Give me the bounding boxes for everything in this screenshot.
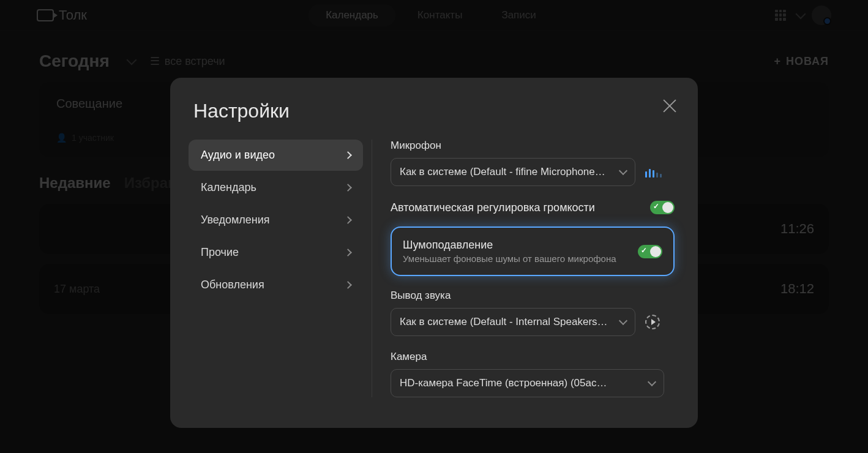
- modal-overlay[interactable]: Настройки Аудио и видео Календарь Уведом…: [0, 0, 868, 453]
- noise-subtitle: Уменьшает фоновые шумы от вашего микрофо…: [403, 253, 616, 264]
- test-sound-icon[interactable]: [645, 315, 660, 329]
- chevron-down-icon: [619, 316, 627, 325]
- microphone-label: Микрофон: [391, 140, 675, 152]
- settings-modal: Настройки Аудио и видео Календарь Уведом…: [170, 78, 698, 428]
- sidebar-item-audio-video[interactable]: Аудио и видео: [189, 140, 363, 171]
- modal-title: Настройки: [170, 100, 698, 140]
- output-label: Вывод звука: [391, 290, 675, 302]
- noise-suppression-highlight: Шумоподавление Уменьшает фоновые шумы от…: [391, 226, 675, 276]
- agc-toggle[interactable]: [650, 201, 675, 214]
- close-icon[interactable]: [661, 97, 678, 114]
- chevron-down-icon: [648, 378, 656, 386]
- sidebar-item-calendar[interactable]: Календарь: [189, 172, 363, 203]
- camera-label: Камера: [391, 351, 675, 363]
- chevron-right-icon: [344, 249, 352, 256]
- chevron-right-icon: [344, 216, 352, 224]
- mic-level-indicator: [645, 167, 662, 178]
- chevron-right-icon: [344, 151, 352, 159]
- agc-row: Автоматическая регулировка громкости: [391, 198, 675, 217]
- camera-select[interactable]: HD-камера FaceTime (встроенная) (05ac:85…: [391, 369, 664, 397]
- noise-title: Шумоподавление: [403, 239, 616, 252]
- sidebar-item-other[interactable]: Прочие: [189, 237, 363, 268]
- chevron-down-icon: [619, 167, 627, 175]
- sidebar-item-updates[interactable]: Обновления: [189, 269, 363, 301]
- chevron-right-icon: [344, 281, 352, 289]
- settings-sidebar: Аудио и видео Календарь Уведомления Проч…: [182, 140, 372, 397]
- microphone-select[interactable]: Как в системе (Default - fifine Micropho…: [391, 158, 635, 186]
- settings-content: Микрофон Как в системе (Default - fifine…: [372, 140, 686, 397]
- agc-label: Автоматическая регулировка громкости: [391, 201, 595, 214]
- output-select[interactable]: Как в системе (Default - Internal Speake…: [391, 308, 635, 336]
- sidebar-item-notifications[interactable]: Уведомления: [189, 204, 363, 236]
- noise-toggle[interactable]: [638, 245, 662, 258]
- chevron-right-icon: [344, 184, 352, 192]
